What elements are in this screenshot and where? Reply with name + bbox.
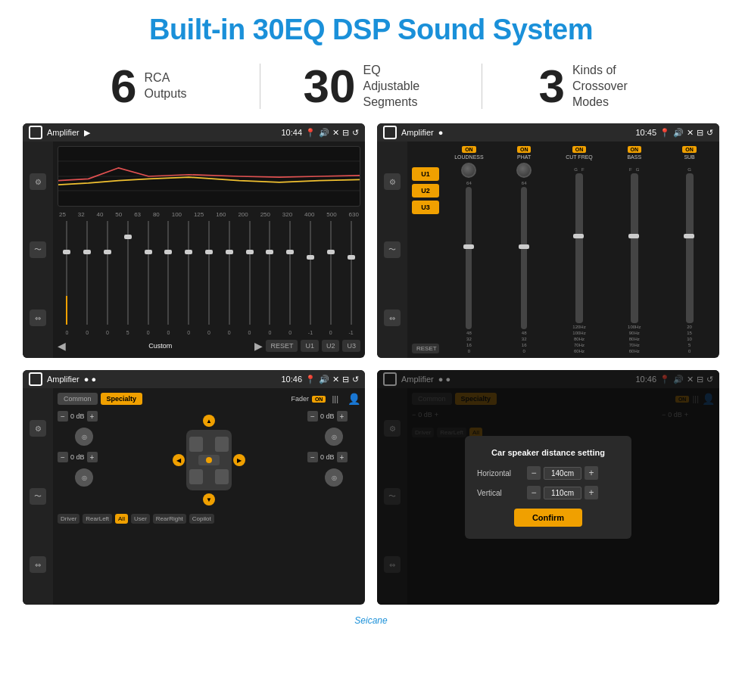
- fl-minus[interactable]: −: [58, 411, 68, 422]
- amp-time: 10:45: [635, 128, 656, 137]
- eq-slider-9[interactable]: 0: [240, 221, 259, 325]
- eq-slider-11[interactable]: 0: [281, 221, 300, 325]
- speaker-main-area: Common Specialty Fader ON ||| 👤 − 0 dB +: [53, 388, 365, 605]
- eq-slider-2[interactable]: 0: [98, 221, 117, 325]
- rr-minus[interactable]: −: [307, 452, 318, 462]
- rl-plus[interactable]: +: [87, 452, 98, 462]
- loudness-knob[interactable]: [461, 163, 476, 178]
- loudness-on[interactable]: ON: [462, 146, 476, 153]
- horizontal-minus[interactable]: −: [527, 466, 541, 480]
- preset-u2[interactable]: U2: [412, 184, 439, 198]
- preset-u3[interactable]: U3: [412, 201, 439, 214]
- preset-u1[interactable]: U1: [412, 167, 439, 181]
- play-icon: ▶: [84, 128, 90, 138]
- stats-row: 6 RCAOutputs 30 EQ AdjustableSegments 3 …: [0, 54, 742, 123]
- vertical-value[interactable]: [544, 487, 581, 499]
- amp-back-icon: ↺: [706, 128, 713, 138]
- eq-wave-icon[interactable]: 〜: [30, 241, 46, 258]
- sub-on[interactable]: ON: [682, 146, 697, 153]
- watermark: Seicane: [0, 612, 742, 629]
- reset-button[interactable]: RESET: [266, 340, 298, 352]
- eq-sliders[interactable]: 0 0 0: [58, 221, 360, 337]
- rearright-btn[interactable]: RearRight: [153, 514, 186, 524]
- eq-slider-6[interactable]: 0: [179, 221, 198, 325]
- bass-on[interactable]: ON: [628, 146, 642, 153]
- down-arrow-btn[interactable]: ▼: [203, 493, 215, 506]
- fl-plus[interactable]: +: [87, 411, 98, 422]
- eq-slider-1[interactable]: 0: [78, 221, 97, 325]
- speaker-time: 10:46: [281, 375, 302, 384]
- prev-arrow[interactable]: ◀: [58, 340, 66, 352]
- copilot-btn[interactable]: Copilot: [189, 514, 214, 524]
- stat-rca-number: 6: [111, 63, 136, 110]
- eq-slider-0[interactable]: 0: [58, 221, 76, 325]
- center-dot: [206, 457, 212, 463]
- dialog-title: Car speaker distance setting: [477, 448, 619, 457]
- amp-title: Amplifier: [401, 128, 434, 137]
- amp-settings-icon[interactable]: ⚙: [384, 173, 401, 190]
- eq-slider-3[interactable]: 5: [118, 221, 137, 325]
- phat-knob[interactable]: [516, 163, 532, 178]
- user-icon[interactable]: 👤: [348, 393, 360, 405]
- specialty-tab[interactable]: Specialty: [101, 393, 143, 405]
- speaker-center: ▲: [117, 411, 301, 509]
- cutfreq-on[interactable]: ON: [572, 146, 587, 153]
- u3-button[interactable]: U3: [342, 340, 360, 352]
- channel-cutfreq: ON CUT FREQ G F 120Hz 100Hz 80Hz 70Hz 60…: [554, 146, 605, 353]
- eq-arrows-icon[interactable]: ⇔: [30, 310, 46, 326]
- horizontal-value[interactable]: [544, 467, 581, 480]
- eq-slider-7[interactable]: 0: [200, 221, 219, 325]
- rl-minus[interactable]: −: [58, 452, 68, 462]
- signal-icon: 📍: [305, 128, 316, 138]
- u1-button[interactable]: U1: [301, 340, 319, 352]
- status-bar-eq: Amplifier ▶ 10:44 📍 🔊 ✕ ⊟ ↺: [23, 123, 365, 142]
- next-arrow[interactable]: ▶: [254, 340, 263, 352]
- home-icon[interactable]: [29, 126, 42, 139]
- eq-slider-12[interactable]: -1: [301, 221, 320, 325]
- user-btn[interactable]: User: [131, 514, 150, 524]
- stat-eq-number: 30: [304, 63, 356, 110]
- close-icon: ✕: [332, 128, 339, 138]
- all-btn[interactable]: All: [115, 514, 128, 524]
- left-arrow-btn[interactable]: ◀: [173, 454, 185, 466]
- vertical-plus[interactable]: +: [585, 486, 598, 499]
- horizontal-plus[interactable]: +: [585, 466, 598, 480]
- amp-wave-icon[interactable]: 〜: [384, 241, 401, 258]
- eq-settings-icon[interactable]: ⚙: [30, 173, 46, 190]
- vertical-minus[interactable]: −: [527, 486, 541, 499]
- eq-slider-13[interactable]: 0: [321, 221, 340, 325]
- phat-on[interactable]: ON: [517, 146, 532, 153]
- rl-speaker-icon: ◎: [75, 468, 93, 487]
- amp-arrows-icon[interactable]: ⇔: [384, 310, 401, 326]
- eq-slider-5[interactable]: 0: [159, 221, 178, 325]
- eq-slider-10[interactable]: 0: [260, 221, 279, 325]
- status-bar-speaker: Amplifier ● ● 10:46 📍 🔊 ✕ ⊟ ↺: [23, 370, 365, 388]
- horizontal-control: − +: [527, 466, 598, 480]
- right-arrow-btn[interactable]: ▶: [233, 454, 245, 466]
- speaker-minimize-icon: ⊟: [342, 375, 349, 384]
- driver-btn[interactable]: Driver: [58, 514, 80, 524]
- rearleft-btn[interactable]: RearLeft: [83, 514, 112, 524]
- fr-minus[interactable]: −: [307, 411, 318, 422]
- stat-rca: 6 RCAOutputs: [45, 63, 252, 110]
- speaker-body: − 0 dB + ◎ − 0 dB + ◎: [58, 411, 360, 509]
- rr-plus[interactable]: +: [337, 452, 348, 462]
- location-buttons: Driver RearLeft All User RearRight Copil…: [58, 514, 360, 524]
- up-arrow-btn[interactable]: ▲: [203, 415, 215, 427]
- u2-button[interactable]: U2: [322, 340, 340, 352]
- eq-slider-14[interactable]: -1: [341, 221, 360, 325]
- common-tab[interactable]: Common: [58, 393, 98, 405]
- eq-slider-8[interactable]: 0: [220, 221, 238, 325]
- home-icon-amp[interactable]: [383, 126, 397, 139]
- speaker-wave-icon[interactable]: 〜: [30, 488, 46, 505]
- home-icon-speaker[interactable]: [29, 372, 42, 386]
- fr-plus[interactable]: +: [337, 411, 348, 422]
- speaker-arrows-icon[interactable]: ⇔: [30, 556, 46, 573]
- channel-bass: ON BASS F G 100Hz 90Hz 80Hz 70Hz 60Hz: [609, 146, 659, 353]
- rl-db-value: 0 dB: [70, 453, 85, 461]
- confirm-button[interactable]: Confirm: [514, 509, 582, 527]
- eq-slider-4[interactable]: 0: [139, 221, 157, 325]
- amp-reset-btn[interactable]: RESET: [412, 344, 439, 353]
- speaker-settings-icon[interactable]: ⚙: [30, 420, 46, 437]
- speaker-close-icon: ✕: [332, 375, 339, 384]
